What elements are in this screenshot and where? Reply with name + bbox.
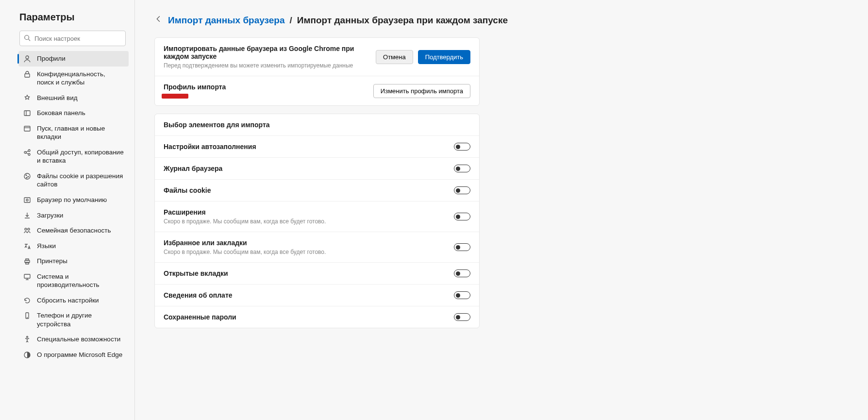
svg-point-16 <box>26 177 27 178</box>
svg-line-1 <box>29 39 31 41</box>
svg-point-15 <box>28 176 29 177</box>
svg-point-0 <box>25 35 29 39</box>
import-sub: Перед подтверждением вы можете изменить … <box>164 62 368 69</box>
import-item-toggle[interactable] <box>454 213 470 220</box>
change-profile-button[interactable]: Изменить профиль импорта <box>373 84 470 98</box>
import-item-title: Сведения об оплате <box>164 291 446 299</box>
family-icon <box>23 227 31 235</box>
start-icon <box>23 125 31 133</box>
import-item-toggle[interactable] <box>454 313 470 321</box>
sidebar-item-appearance[interactable]: Внешний вид <box>18 90 129 106</box>
sidebar-item-start[interactable]: Пуск, главная и новые вкладки <box>18 121 129 145</box>
import-item-toggle[interactable] <box>454 186 470 194</box>
sidebar-item-lang[interactable]: Языки <box>18 238 129 254</box>
sidebar-item-lock[interactable]: Конфиденциальность, поиск и службы <box>18 67 129 90</box>
import-item-sub: Скоро в продаже. Мы сообщим вам, когда в… <box>164 218 446 225</box>
svg-rect-17 <box>24 198 30 202</box>
sidebar-item-phone[interactable]: Телефон и другие устройства <box>18 308 129 332</box>
import-item-sub: Скоро в продаже. Мы сообщим вам, когда в… <box>164 249 446 255</box>
default-browser-icon <box>23 196 31 204</box>
share-icon <box>23 149 31 156</box>
import-item-row: Файлы cookie <box>155 180 479 202</box>
search-box[interactable] <box>19 31 126 46</box>
svg-point-18 <box>26 199 28 201</box>
svg-line-12 <box>26 153 28 154</box>
sidebar-item-label: Система и производительность <box>37 272 124 289</box>
import-config-panel: Импортировать данные браузера из Google … <box>154 37 480 106</box>
sidebar-item-family[interactable]: Семейная безопасность <box>18 223 129 238</box>
breadcrumb-sep: / <box>290 15 292 26</box>
import-item-row: Избранное или закладкиСкоро в продаже. М… <box>155 232 479 263</box>
search-icon <box>24 34 34 43</box>
svg-point-14 <box>26 175 27 176</box>
svg-point-2 <box>26 56 29 59</box>
breadcrumb: Импорт данных браузера / Импорт данных б… <box>154 15 849 26</box>
svg-point-10 <box>28 153 30 155</box>
sidebar-item-sidepanel[interactable]: Боковая панель <box>18 105 129 121</box>
redacted-profile-name <box>164 94 188 99</box>
sidebar-item-label: Сбросить настройки <box>37 296 124 305</box>
search-input[interactable] <box>34 35 121 42</box>
sidebar-item-label: Конфиденциальность, поиск и службы <box>37 70 124 87</box>
sidebar-item-default-browser[interactable]: Браузер по умолчанию <box>18 192 129 208</box>
svg-point-8 <box>24 151 26 153</box>
import-item-title: Избранное или закладки <box>164 239 446 247</box>
sidebar-item-about[interactable]: О программе Microsoft Edge <box>18 347 129 363</box>
sidebar-item-download[interactable]: Загрузки <box>18 208 129 223</box>
appearance-icon <box>23 94 31 102</box>
import-item-toggle[interactable] <box>454 291 470 299</box>
download-icon <box>23 212 31 219</box>
sidebar-item-label: Боковая панель <box>37 109 124 118</box>
import-item-toggle[interactable] <box>454 143 470 151</box>
sidebar-item-cookie[interactable]: Файлы cookie и разрешения сайтов <box>18 168 129 192</box>
import-title: Импортировать данные браузера из Google … <box>164 45 368 60</box>
sidebar-item-label: Принтеры <box>37 257 124 266</box>
import-item-toggle[interactable] <box>454 165 470 172</box>
profile-title: Профиль импорта <box>164 83 366 91</box>
breadcrumb-link[interactable]: Импорт данных браузера <box>168 15 285 26</box>
svg-point-29 <box>27 336 28 338</box>
import-item-title: Журнал браузера <box>164 165 446 172</box>
svg-point-13 <box>24 173 30 179</box>
import-item-row: Настройки автозаполнения <box>155 136 479 158</box>
sidebar-item-label: Семейная безопасность <box>37 226 124 235</box>
lock-icon <box>23 70 31 78</box>
import-item-row: Сохраненные пароли <box>155 306 479 328</box>
select-items-header: Выбор элементов для импорта <box>155 114 479 136</box>
sidebar-item-reset[interactable]: Сбросить настройки <box>18 293 129 308</box>
sidebar-item-accessibility[interactable]: Специальные возможности <box>18 332 129 347</box>
sidebar-item-label: Специальные возможности <box>37 335 124 344</box>
sidebar-item-label: Загрузки <box>37 211 124 220</box>
cancel-button[interactable]: Отмена <box>376 50 413 64</box>
confirm-button[interactable]: Подтвердить <box>418 50 470 64</box>
sidebar-item-system[interactable]: Система и производительность <box>18 269 129 293</box>
about-icon <box>23 351 31 359</box>
import-item-title: Настройки автозаполнения <box>164 143 446 151</box>
sidebar-item-label: О программе Microsoft Edge <box>37 351 124 359</box>
back-button[interactable] <box>154 15 163 26</box>
main-content: Импорт данных браузера / Импорт данных б… <box>135 0 868 420</box>
import-item-row: Открытые вкладки <box>155 263 479 285</box>
profile-icon <box>23 55 31 63</box>
sidebar-item-label: Профили <box>37 54 124 63</box>
import-item-title: Сохраненные пароли <box>164 313 446 321</box>
accessibility-icon <box>23 336 31 343</box>
select-items-panel: Выбор элементов для импорта Настройки ав… <box>154 114 480 328</box>
breadcrumb-current: Импорт данных браузера при каждом запуск… <box>297 15 508 26</box>
import-item-title: Файлы cookie <box>164 186 446 194</box>
sidebar-item-printer[interactable]: Принтеры <box>18 253 129 269</box>
import-item-title: Открытые вкладки <box>164 269 446 277</box>
sidebar-item-label: Языки <box>37 242 124 251</box>
svg-line-11 <box>26 151 28 152</box>
sidebar-item-label: Браузер по умолчанию <box>37 196 124 204</box>
sidebar-item-profile[interactable]: Профили <box>18 51 129 67</box>
import-item-toggle[interactable] <box>454 269 470 277</box>
sidebar-item-label: Телефон и другие устройства <box>37 311 124 328</box>
sidebar-item-share[interactable]: Общий доступ, копирование и вставка <box>18 145 129 168</box>
import-item-toggle[interactable] <box>454 243 470 251</box>
import-item-title: Расширения <box>164 208 446 216</box>
sidebar-nav: ПрофилиКонфиденциальность, поиск и служб… <box>0 51 134 363</box>
svg-rect-4 <box>24 111 30 116</box>
import-header-row: Импортировать данные браузера из Google … <box>155 38 479 76</box>
sidebar-item-label: Файлы cookie и разрешения сайтов <box>37 172 124 189</box>
